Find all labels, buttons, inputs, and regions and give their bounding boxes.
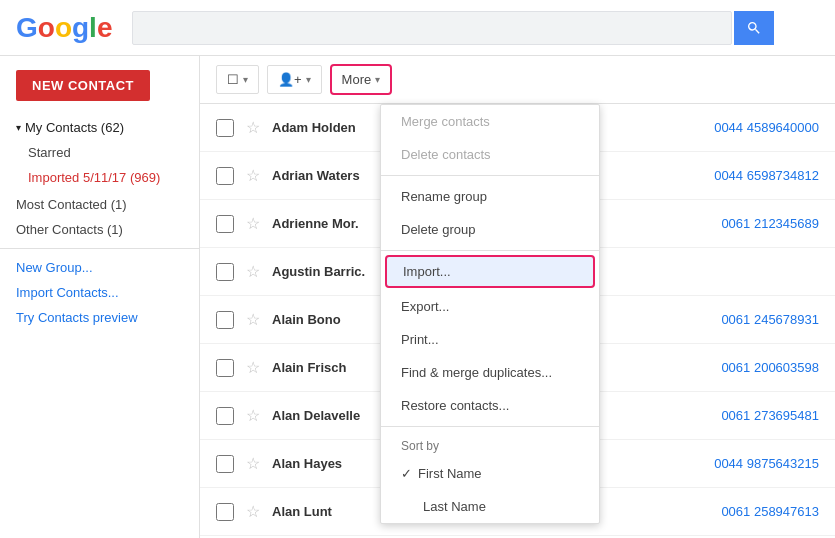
dropdown-item-import[interactable]: Import... <box>385 255 595 288</box>
star-icon[interactable]: ☆ <box>246 214 260 233</box>
dropdown-item-rename-group[interactable]: Rename group <box>381 180 599 213</box>
more-button[interactable]: More ▾ <box>330 64 393 95</box>
star-icon[interactable]: ☆ <box>246 358 260 377</box>
contact-checkbox[interactable] <box>216 263 234 281</box>
other-contacts-label: Other Contacts (1) <box>16 222 123 237</box>
my-contacts-label: My Contacts (62) <box>25 120 124 135</box>
search-button[interactable] <box>734 11 774 45</box>
import-label: Import... <box>403 264 451 279</box>
new-group-label: New Group... <box>16 260 93 275</box>
export-label: Export... <box>401 299 449 314</box>
last-name-label: Last Name <box>423 499 486 514</box>
delete-contacts-label: Delete contacts <box>401 147 491 162</box>
main-content: ☐ ▾ 👤+ ▾ More ▾ ☆ Adam Holden 0044 45896… <box>200 56 835 538</box>
find-merge-label: Find & merge duplicates... <box>401 365 552 380</box>
expand-arrow-icon: ▾ <box>16 122 21 133</box>
contact-phone: 0044 6598734812 <box>714 168 819 183</box>
star-icon[interactable]: ☆ <box>246 502 260 521</box>
logo-e: e <box>97 12 113 44</box>
most-contacted-label: Most Contacted (1) <box>16 197 127 212</box>
sidebar-item-most-contacted[interactable]: Most Contacted (1) <box>0 192 199 217</box>
layout: NEW CONTACT ▾ My Contacts (62) Starred I… <box>0 56 835 538</box>
import-contacts-label: Import Contacts... <box>16 285 119 300</box>
imported-label: Imported 5/11/17 (969) <box>28 170 160 185</box>
sidebar-item-try-preview[interactable]: Try Contacts preview <box>0 305 199 330</box>
more-dropdown: Merge contacts Delete contacts Rename gr… <box>380 104 600 524</box>
sidebar-item-import-contacts[interactable]: Import Contacts... <box>0 280 199 305</box>
my-contacts-group: ▾ My Contacts (62) Starred Imported 5/11… <box>0 113 199 192</box>
sidebar-item-my-contacts[interactable]: ▾ My Contacts (62) <box>0 115 199 140</box>
star-icon[interactable]: ☆ <box>246 262 260 281</box>
print-label: Print... <box>401 332 439 347</box>
restore-label: Restore contacts... <box>401 398 509 413</box>
star-icon[interactable]: ☆ <box>246 406 260 425</box>
dropdown-item-delete-contacts[interactable]: Delete contacts <box>381 138 599 171</box>
contact-checkbox[interactable] <box>216 455 234 473</box>
sidebar-item-starred[interactable]: Starred <box>0 140 199 165</box>
search-icon <box>746 20 762 36</box>
chevron-down-icon: ▾ <box>243 74 248 85</box>
contact-checkbox[interactable] <box>216 407 234 425</box>
dropdown-item-export[interactable]: Export... <box>381 290 599 323</box>
search-input[interactable] <box>132 11 732 45</box>
contact-checkbox[interactable] <box>216 119 234 137</box>
sidebar-item-other-contacts[interactable]: Other Contacts (1) <box>0 217 199 242</box>
logo-g: G <box>16 12 38 44</box>
sidebar-item-new-group[interactable]: New Group... <box>0 255 199 280</box>
chevron-down-icon2: ▾ <box>306 74 311 85</box>
sidebar-divider <box>0 248 199 249</box>
logo-g2: g <box>72 12 89 44</box>
sort-by-label: Sort by <box>381 431 599 457</box>
checkmark-icon: ✓ <box>401 466 412 481</box>
dropdown-item-last-name[interactable]: Last Name <box>381 490 599 523</box>
contact-phone: 0061 245678931 <box>721 312 819 327</box>
add-person-icon: 👤+ <box>278 72 302 87</box>
logo-o2: o <box>55 12 72 44</box>
dropdown-divider <box>381 175 599 176</box>
delete-group-label: Delete group <box>401 222 475 237</box>
contact-phone: 0061 258947613 <box>721 504 819 519</box>
first-name-label: First Name <box>418 466 482 481</box>
sidebar-item-imported[interactable]: Imported 5/11/17 (969) <box>0 165 199 190</box>
star-icon[interactable]: ☆ <box>246 118 260 137</box>
star-icon[interactable]: ☆ <box>246 310 260 329</box>
contact-phone: 0044 4589640000 <box>714 120 819 135</box>
logo-l: l <box>89 12 97 44</box>
contact-checkbox[interactable] <box>216 359 234 377</box>
contact-phone: 0061 212345689 <box>721 216 819 231</box>
contact-phone: 0044 9875643215 <box>714 456 819 471</box>
dropdown-divider2 <box>381 250 599 251</box>
star-icon[interactable]: ☆ <box>246 454 260 473</box>
contact-checkbox[interactable] <box>216 503 234 521</box>
dropdown-item-first-name[interactable]: ✓ First Name <box>381 457 599 490</box>
google-logo: Google <box>16 12 112 44</box>
dropdown-item-merge-contacts[interactable]: Merge contacts <box>381 105 599 138</box>
select-all-button[interactable]: ☐ ▾ <box>216 65 259 94</box>
dropdown-divider3 <box>381 426 599 427</box>
contact-checkbox[interactable] <box>216 167 234 185</box>
starred-label: Starred <box>28 145 71 160</box>
contact-checkbox[interactable] <box>216 311 234 329</box>
contact-phone: 0061 273695481 <box>721 408 819 423</box>
header: Google <box>0 0 835 56</box>
dropdown-item-delete-group[interactable]: Delete group <box>381 213 599 246</box>
dropdown-item-restore[interactable]: Restore contacts... <box>381 389 599 422</box>
rename-group-label: Rename group <box>401 189 487 204</box>
try-preview-label: Try Contacts preview <box>16 310 138 325</box>
toolbar: ☐ ▾ 👤+ ▾ More ▾ <box>200 56 835 104</box>
more-chevron-icon: ▾ <box>375 74 380 85</box>
more-label: More <box>342 72 372 87</box>
add-contact-button[interactable]: 👤+ ▾ <box>267 65 322 94</box>
checkbox-icon: ☐ <box>227 72 239 87</box>
dropdown-item-print[interactable]: Print... <box>381 323 599 356</box>
sidebar: NEW CONTACT ▾ My Contacts (62) Starred I… <box>0 56 200 538</box>
dropdown-item-find-merge[interactable]: Find & merge duplicates... <box>381 356 599 389</box>
contact-checkbox[interactable] <box>216 215 234 233</box>
logo-o1: o <box>38 12 55 44</box>
contact-phone: 0061 200603598 <box>721 360 819 375</box>
new-contact-button[interactable]: NEW CONTACT <box>16 70 150 101</box>
star-icon[interactable]: ☆ <box>246 166 260 185</box>
merge-contacts-label: Merge contacts <box>401 114 490 129</box>
